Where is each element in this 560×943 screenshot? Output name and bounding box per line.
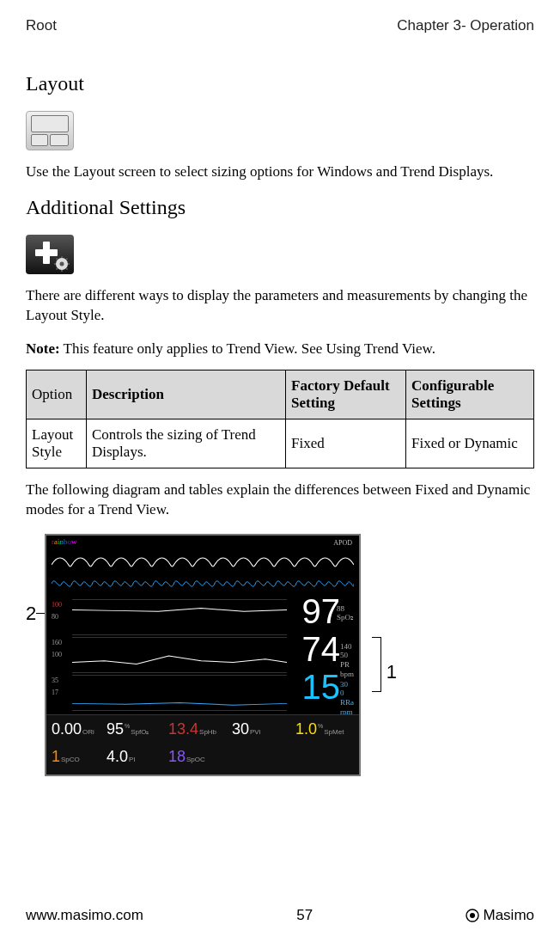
diagram-intro: The following diagram and tables explain… (26, 481, 534, 520)
svg-point-3 (60, 261, 64, 266)
pr-unit: 140 50PR bpm (340, 642, 354, 679)
mini-sphb-spoc: 13.4SpHb 18SpOC (163, 715, 220, 775)
table-header-row: Option Description Factory Default Setti… (27, 370, 534, 419)
footer-url: www.masimo.com (26, 907, 143, 924)
callout-1: 1 (387, 661, 397, 683)
callout-2: 2 (26, 603, 36, 625)
th-default: Factory Default Setting (286, 370, 406, 419)
th-option: Option (27, 370, 87, 419)
layout-icon (26, 111, 74, 150)
layout-description: Use the Layout screen to select sizing o… (26, 162, 534, 182)
waveform-row (52, 549, 354, 594)
mini-ori-spco: 0.00ORi 1SpCO (46, 715, 98, 775)
td-description: Controls the sizing of Trend Displays. (87, 419, 286, 468)
svg-line-10 (57, 268, 58, 270)
footer-page: 57 (296, 907, 313, 924)
trend-diagram: 2 rainbow APOD 10080 97 88SpO₂ 160100 (26, 534, 397, 776)
options-table: Option Description Factory Default Setti… (26, 370, 534, 468)
table-row: Layout Style Controls the sizing of Tren… (27, 419, 534, 468)
trend-row-rra: 3517 15 30 0RRa rpm (52, 675, 354, 711)
masimo-logo-icon (466, 909, 479, 922)
hdr-right: Chapter 3- Operation (397, 17, 534, 34)
svg-rect-1 (35, 249, 58, 256)
mini-pvi: 30PVi (227, 715, 283, 775)
th-configurable: Configurable Settings (406, 370, 534, 419)
settings-plus-icon (26, 235, 74, 274)
mini-spmet: 1.0%SpMet (290, 715, 352, 775)
apod-label: APOD (333, 539, 352, 547)
td-default: Fixed (286, 419, 406, 468)
spo2-value: 97 (292, 592, 340, 631)
rra-unit: 30 0RRa rpm (340, 680, 354, 717)
additional-description: There are different ways to display the … (26, 286, 534, 326)
mini-readings-row: 0.00ORi 1SpCO 95%SpfO₂ 4.0PI 13.4SpHb 18… (46, 714, 359, 775)
svg-line-11 (66, 268, 68, 270)
hdr-left: Root (26, 17, 57, 34)
note-label: Note: (26, 340, 60, 357)
note-line: Note: This feature only applies to Trend… (26, 340, 534, 359)
td-configurable: Fixed or Dynamic (406, 419, 534, 468)
td-option: Layout Style (27, 419, 87, 468)
page-footer: www.masimo.com 57 Masimo (26, 907, 534, 924)
section-title-layout: Layout (26, 72, 534, 95)
spo2-unit: 88SpO₂ (337, 604, 354, 623)
pr-value: 74 (292, 630, 340, 669)
svg-point-13 (470, 913, 475, 918)
th-description: Description (87, 370, 286, 419)
callout-1-bracket (362, 637, 381, 692)
rainbow-logo: rainbow (52, 537, 77, 546)
mini-spfo2-pi: 95%SpfO₂ 4.0PI (101, 715, 158, 775)
svg-line-8 (57, 258, 58, 260)
trend-screenshot: rainbow APOD 10080 97 88SpO₂ 160100 74 1… (45, 534, 361, 776)
note-text: This feature only applies to Trend View.… (60, 340, 435, 357)
rra-value: 15 (292, 668, 340, 707)
footer-brand: Masimo (466, 907, 534, 924)
section-title-additional: Additional Settings (26, 196, 534, 219)
svg-line-9 (66, 258, 68, 260)
page-header: Root Chapter 3- Operation (26, 17, 534, 34)
